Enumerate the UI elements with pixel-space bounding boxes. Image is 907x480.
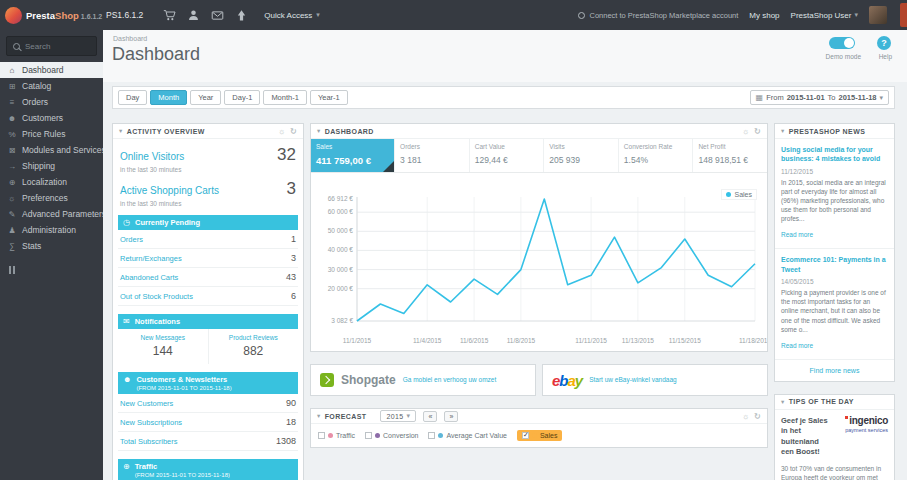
- refresh-icon[interactable]: ↻: [754, 127, 761, 136]
- find-more-news-link[interactable]: Find more news: [775, 360, 894, 381]
- range-month-button[interactable]: Month: [150, 90, 187, 105]
- ebay-promo-link[interactable]: Start uw eBay-winkel vandaag: [589, 376, 676, 384]
- read-more-link[interactable]: Read more: [781, 342, 813, 349]
- new-subscriptions-link[interactable]: New Subscriptions: [120, 418, 182, 427]
- dashboard-icon: ⌂: [7, 66, 17, 75]
- abandoned-carts-link[interactable]: Abandoned Carts: [120, 273, 178, 282]
- rocket-icon[interactable]: [235, 9, 248, 22]
- date-range-picker[interactable]: ▦ From 2015-11-01 To 2015-11-18 ▾: [750, 90, 889, 105]
- online-visitors-link[interactable]: Online Visitors: [120, 151, 184, 162]
- kpi-value: 205 939: [549, 155, 613, 165]
- news-article-title[interactable]: Ecommerce 101: Payments in a Tweet: [781, 255, 888, 274]
- new-messages-cell[interactable]: New Messages 144: [118, 329, 208, 364]
- sidebar-item-price-rules[interactable]: %Price Rules: [0, 126, 103, 142]
- gear-icon[interactable]: ☼: [742, 412, 750, 421]
- legend-conversion[interactable]: Conversion: [365, 432, 418, 439]
- sidebar-item-orders[interactable]: ≡Orders: [0, 94, 103, 110]
- marketplace-connect-label: Connect to PrestaShop Marketplace accoun…: [589, 11, 738, 20]
- sidebar-item-catalog[interactable]: ⊞Catalog: [0, 78, 103, 94]
- legend-sales[interactable]: Sales: [517, 430, 563, 441]
- avatar[interactable]: [869, 6, 887, 24]
- sidebar-collapse-button[interactable]: [9, 266, 103, 274]
- administration-icon: ♟: [7, 226, 17, 235]
- shopgate-logo-text: Shopgate: [341, 373, 396, 387]
- checkbox-icon[interactable]: [428, 432, 435, 439]
- kpi-sales[interactable]: Sales411 759,00 €: [311, 139, 395, 172]
- sidebar-item-shipping[interactable]: →Shipping: [0, 158, 103, 174]
- sales-line: [357, 199, 755, 321]
- marketplace-connect-link[interactable]: Connect to PrestaShop Marketplace accoun…: [578, 11, 738, 20]
- range-day-1-button[interactable]: Day-1: [224, 90, 260, 105]
- legend-traffic[interactable]: Traffic: [318, 432, 355, 439]
- demo-mode-toggle[interactable]: [829, 37, 855, 49]
- kpi-orders[interactable]: Orders3 181: [395, 139, 470, 172]
- product-reviews-cell[interactable]: Product Reviews 882: [208, 329, 299, 364]
- bell-icon: ✉: [123, 317, 130, 326]
- kpi-net-profit[interactable]: Net Profit148 918,51 €: [693, 139, 767, 172]
- ingenico-logo-text: ingenico: [836, 416, 888, 426]
- sidebar-item-customers[interactable]: ☻Customers: [0, 110, 103, 126]
- pending-row: Abandoned Carts43: [118, 268, 298, 287]
- out-of-stock-link[interactable]: Out of Stock Products: [120, 292, 193, 301]
- year-select[interactable]: 2015 ▾: [380, 410, 416, 422]
- user-menu[interactable]: PrestaShop User ▾: [791, 11, 858, 20]
- kpi-conversion-rate[interactable]: Conversion Rate1.54%: [619, 139, 694, 172]
- news-article-title[interactable]: Using social media for your business: 4 …: [781, 145, 888, 164]
- center-column: ▾ DASHBOARD ☼ ↻ Sales411 759,00 € Orders…: [310, 123, 768, 448]
- customer-icon[interactable]: [187, 9, 200, 22]
- sidebar-item-preferences[interactable]: ☼Preferences: [0, 190, 103, 206]
- tips-panel-title: TIPS OF THE DAY: [789, 398, 854, 405]
- search-input[interactable]: [25, 42, 91, 51]
- sidebar-item-advanced-parameters[interactable]: ✎Advanced Parameters: [0, 206, 103, 222]
- news-article-excerpt: In 2015, social media are an integral pa…: [781, 178, 888, 223]
- sidebar-item-administration[interactable]: ♟Administration: [0, 222, 103, 238]
- collapse-icon: [9, 266, 11, 274]
- quick-access-menu[interactable]: Quick Access ▾: [264, 11, 320, 20]
- sidebar-item-localization[interactable]: ⊕Localization: [0, 174, 103, 190]
- traffic-title: Traffic: [135, 462, 158, 471]
- range-year-1-button[interactable]: Year-1: [310, 90, 348, 105]
- traffic-header: ⊕ Traffic (FROM 2015-11-01 TO 2015-11-18…: [118, 459, 298, 480]
- new-subscriptions-value: 18: [286, 417, 296, 427]
- range-month-1-button[interactable]: Month-1: [263, 90, 307, 105]
- returns-link[interactable]: Return/Exchanges: [120, 254, 182, 263]
- legend-label: Sales: [540, 432, 558, 439]
- new-messages-label: New Messages: [120, 334, 206, 341]
- help-button[interactable]: ?: [877, 36, 891, 50]
- range-day-button[interactable]: Day: [118, 90, 147, 105]
- sidebar-item-dashboard[interactable]: ⌂Dashboard: [0, 62, 103, 78]
- message-icon[interactable]: [211, 9, 224, 22]
- legend-average-cart-value[interactable]: Average Cart Value: [428, 432, 506, 439]
- sidebar-item-stats[interactable]: ∑Stats: [0, 238, 103, 254]
- cart-icon[interactable]: [163, 9, 176, 22]
- prestashop-brand[interactable]: PrestaShop1.6.1.2: [0, 7, 100, 24]
- forecast-prev-button[interactable]: «: [423, 411, 437, 422]
- main-content: Dashboard Dashboard Demo mode ? Help Day…: [103, 30, 907, 480]
- checkbox-icon[interactable]: [522, 432, 529, 439]
- kpi-cart-value[interactable]: Cart Value129,44 €: [470, 139, 545, 172]
- checkbox-icon[interactable]: [365, 432, 372, 439]
- sidebar-item-modules[interactable]: ⊠Modules and Services: [0, 142, 103, 158]
- read-more-link[interactable]: Read more: [781, 231, 813, 238]
- active-carts-link[interactable]: Active Shopping Carts: [120, 185, 219, 196]
- orders-link[interactable]: Orders: [120, 235, 143, 244]
- new-customers-link[interactable]: New Customers: [120, 399, 173, 408]
- gear-icon[interactable]: ☼: [742, 127, 750, 136]
- checkbox-icon[interactable]: [318, 432, 325, 439]
- panel-caret-icon: ▾: [781, 398, 785, 406]
- customers-row: New Customers90: [118, 394, 298, 413]
- my-shop-link[interactable]: My shop: [749, 11, 779, 20]
- refresh-icon[interactable]: ↻: [754, 412, 761, 421]
- range-year-button[interactable]: Year: [190, 90, 221, 105]
- new-messages-value: 144: [120, 344, 206, 358]
- kpi-visits[interactable]: Visits205 939: [544, 139, 619, 172]
- shopgate-promo-link[interactable]: Ga mobiel en verhoog uw omzet: [403, 376, 497, 384]
- chart-legend-label: Sales: [734, 191, 752, 198]
- refresh-icon[interactable]: ↻: [290, 127, 297, 136]
- quick-access-label: Quick Access: [264, 11, 312, 20]
- sidebar-search: [6, 36, 97, 56]
- total-subscribers-link[interactable]: Total Subscribers: [120, 437, 178, 446]
- legend-label: Traffic: [336, 432, 355, 439]
- forecast-next-button[interactable]: »: [444, 411, 458, 422]
- gear-icon[interactable]: ☼: [278, 127, 286, 136]
